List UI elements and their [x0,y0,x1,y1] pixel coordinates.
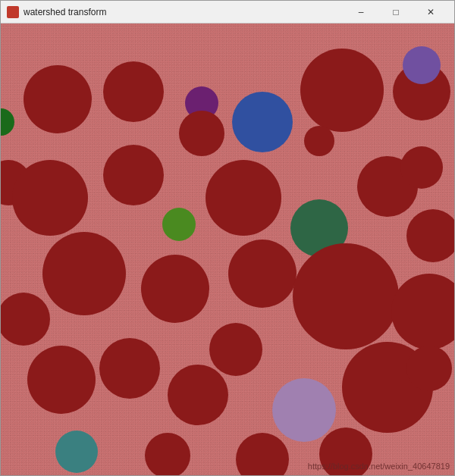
circle-c33 [1,108,14,136]
circle-c12 [162,208,196,241]
circle-c21 [391,274,454,349]
title-bar: watershed transform – □ ✕ [1,1,454,23]
circle-c8 [12,160,88,236]
circle-c22 [1,293,50,346]
circle-c2 [103,61,164,122]
circle-c30 [145,433,190,475]
circle-c19 [228,240,297,308]
circle-c4 [232,92,293,152]
circle-c34 [403,46,441,84]
circle-c11 [206,160,281,236]
circle-c29 [55,431,98,473]
circle-c23 [99,338,160,399]
circle-c18 [141,255,209,323]
circle-c16 [406,209,454,262]
circle-c26 [27,346,96,414]
app-icon [7,6,19,18]
circle-c1 [24,65,92,133]
window-title: watershed transform [24,7,344,17]
circle-c32 [319,427,372,475]
circle-c10 [179,111,224,156]
main-window: watershed transform – □ ✕ https://blog.c… [0,0,455,476]
circle-c20 [293,243,399,349]
circle-c27 [272,378,336,442]
circle-c15 [400,146,443,189]
circle-c24 [209,323,262,376]
circle-c25 [168,365,228,425]
circle-c5 [300,49,384,132]
circle-c9 [103,145,164,205]
circle-c17 [42,232,126,315]
circle-c35 [304,126,334,156]
maximize-button[interactable]: □ [378,1,413,23]
window-controls: – □ ✕ [344,1,448,23]
minimize-button[interactable]: – [344,1,378,23]
image-canvas: https://blog.csdn.net/weixin_40647819 [1,23,454,475]
circles-layer [1,23,454,475]
close-button[interactable]: ✕ [413,1,448,23]
circle-c31 [236,433,289,475]
circle-c36 [406,346,452,391]
